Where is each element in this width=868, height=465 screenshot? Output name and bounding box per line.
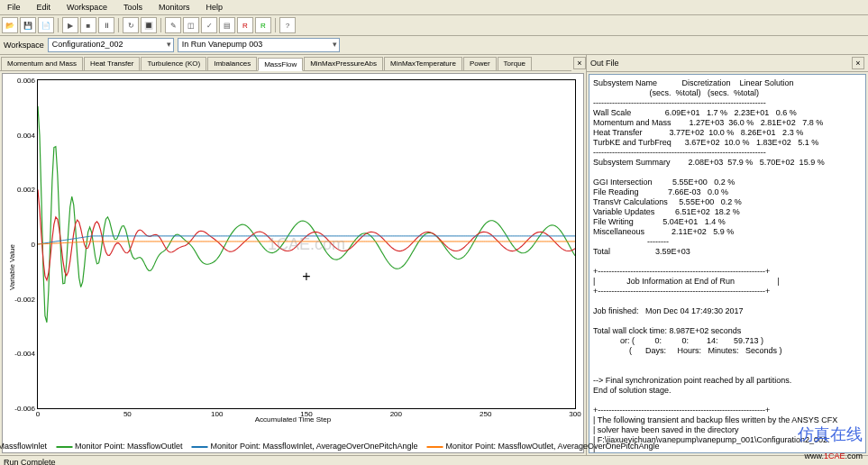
pause-icon[interactable]: ⏸ xyxy=(98,17,114,33)
outfile-text[interactable]: Subsystem Name Discretization Linear Sol… xyxy=(589,74,866,453)
close-pane-icon[interactable]: × xyxy=(573,57,586,69)
x-tick: 100 xyxy=(211,408,223,418)
y-tick: -0.002 xyxy=(14,295,38,303)
refresh-icon[interactable]: ↻ xyxy=(123,17,139,33)
outfile-title: Out File xyxy=(590,59,619,68)
x-tick: 0 xyxy=(36,408,40,418)
workspace-bar: Workspace Configuration2_002 In Run Vane… xyxy=(0,36,868,55)
plot-pane: Momentum and Mass Heat Transfer Turbulen… xyxy=(0,55,587,455)
x-tick: 300 xyxy=(569,408,580,418)
cursor-cross-icon: + xyxy=(302,269,310,285)
watermark-cn: 仿真在线 xyxy=(798,424,863,445)
tab-power[interactable]: Power xyxy=(463,57,497,70)
check-icon[interactable]: ✓ xyxy=(201,17,217,33)
doc-icon[interactable]: 📄 xyxy=(38,17,54,33)
tab-turb[interactable]: Turbulence (KO) xyxy=(141,57,206,70)
tab-press[interactable]: MinMaxPressureAbs xyxy=(304,57,383,70)
legend: Monitor Point: MassflowInlet Monitor Poi… xyxy=(0,442,660,451)
legend-item: Monitor Point: MassflowInlet, AverageOve… xyxy=(192,442,418,451)
y-tick: -0.004 xyxy=(14,350,38,358)
status-bar: Run Complete xyxy=(0,455,868,465)
legend-item: Monitor Point: MassflowInlet xyxy=(0,442,47,451)
workspace-label: Workspace xyxy=(4,41,44,50)
toolbar: 📂 💾 📄 ▶ ■ ⏸ ↻ 🔳 ✎ ◫ ✓ ▤ R R ? xyxy=(0,15,868,36)
menu-edit[interactable]: Edit xyxy=(33,2,55,13)
watermark-url: www.1CAE.com xyxy=(804,447,863,461)
help-icon[interactable]: ? xyxy=(279,17,296,33)
monitor-icon[interactable]: 🔳 xyxy=(141,17,157,33)
watermark-center: 1CAE.com xyxy=(268,235,345,254)
tab-torque[interactable]: Torque xyxy=(498,57,532,70)
x-tick: 50 xyxy=(123,408,132,418)
plot-area[interactable]: 1CAE.com + -0.006-0.004-0.00200.0020.004… xyxy=(2,73,584,453)
run-combo[interactable]: In Run Vanepump 003 xyxy=(178,38,340,52)
stop-icon[interactable]: ■ xyxy=(80,17,96,33)
x-tick: 200 xyxy=(390,408,402,418)
menu-file[interactable]: File xyxy=(4,2,24,13)
y-tick: -0.006 xyxy=(14,405,38,413)
new-icon[interactable]: ◫ xyxy=(183,17,199,33)
menubar: File Edit Workspace Tools Monitors Help xyxy=(0,0,868,15)
x-axis-label: Accumulated Time Step xyxy=(255,415,331,424)
y-tick: 0.002 xyxy=(17,186,38,194)
res2-icon[interactable]: R xyxy=(255,17,271,33)
tab-massflow[interactable]: MassFlow xyxy=(258,58,303,71)
y-tick: 0.004 xyxy=(17,131,38,139)
menu-help[interactable]: Help xyxy=(202,2,226,13)
text-icon[interactable]: ▤ xyxy=(219,17,235,33)
tab-heat[interactable]: Heat Transfer xyxy=(84,57,140,70)
x-tick: 250 xyxy=(480,408,491,418)
legend-item: Monitor Point: MassflowOutlet xyxy=(56,442,183,451)
tab-temp[interactable]: MinMaxTemperature xyxy=(384,57,462,70)
menu-tools[interactable]: Tools xyxy=(120,2,146,13)
y-tick: 0 xyxy=(32,241,38,249)
play-icon[interactable]: ▶ xyxy=(62,17,78,33)
y-tick: 0.006 xyxy=(17,77,38,85)
res1-icon[interactable]: R xyxy=(237,17,253,33)
open-icon[interactable]: 📂 xyxy=(2,17,18,33)
edit-icon[interactable]: ✎ xyxy=(165,17,181,33)
menu-workspace[interactable]: Workspace xyxy=(63,2,111,13)
close-outfile-icon[interactable]: × xyxy=(852,57,864,69)
chart-tabs: Momentum and Mass Heat Transfer Turbulen… xyxy=(0,55,571,71)
tab-imbal[interactable]: Imbalances xyxy=(207,57,257,70)
menu-monitors[interactable]: Monitors xyxy=(155,2,194,13)
y-axis-label: Variable Value xyxy=(8,244,16,290)
outfile-pane: Out File × Subsystem Name Discretization… xyxy=(587,55,868,455)
legend-item: Monitor Point: MassflowOutlet, AverageOv… xyxy=(427,442,660,451)
tab-momentum[interactable]: Momentum and Mass xyxy=(1,57,83,70)
save-icon[interactable]: 💾 xyxy=(20,17,36,33)
workspace-combo[interactable]: Configuration2_002 xyxy=(48,38,174,52)
